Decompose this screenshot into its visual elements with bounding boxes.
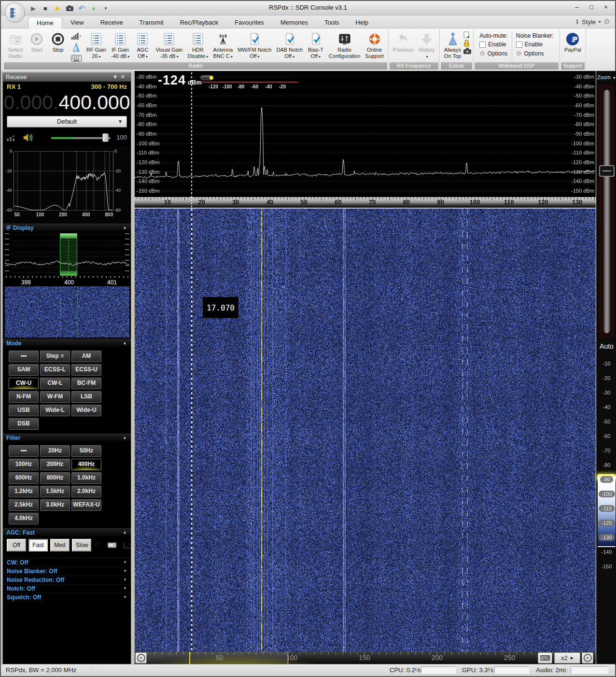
panel-splitter[interactable] (131, 71, 135, 665)
db-scale-tick-100[interactable]: -100 (598, 491, 615, 497)
section-noise-blanker-off[interactable]: Noise Blanker: Off▼ (3, 567, 131, 576)
noise-blanker-enable-checkbox[interactable] (516, 42, 522, 48)
filter-button-2-5khz[interactable]: 2.5kHz (9, 499, 39, 511)
db-scale-tick-110[interactable]: -110 (599, 505, 615, 512)
keyboard-entry-button[interactable]: ⌨ (538, 652, 552, 663)
waterfall-db-scale[interactable]: -10-20-30-40-50-60-70-80-90-100-110-120-… (596, 353, 616, 580)
bias-t-button[interactable]: Bias-TOff▾ (305, 30, 326, 62)
history-button[interactable]: History▾ (416, 30, 437, 62)
volume-slider-handle[interactable] (102, 133, 109, 142)
auto-range-button[interactable]: Auto (596, 342, 616, 350)
mode-button-n-fm[interactable]: N-FM (9, 391, 39, 403)
start-button[interactable]: Start (26, 30, 47, 62)
agc-button-fast[interactable]: Fast (28, 539, 48, 551)
band-navigator[interactable]: « ⌨ x2▶ » 50100150200250 (135, 652, 596, 664)
scroll-left-button[interactable]: « (135, 652, 147, 663)
signal-meter-button[interactable] (70, 31, 83, 41)
db-scale-tick-130[interactable]: -130 (598, 534, 615, 541)
zoom-multiplier-button[interactable]: x2▶ (554, 652, 580, 663)
maximize-button[interactable]: □ (585, 3, 598, 12)
mode-button-w-fm[interactable]: W-FM (40, 391, 70, 403)
tab-home[interactable]: Home (28, 17, 62, 28)
paypal-button[interactable]: PPPayPal (562, 30, 584, 62)
rf-gain-button[interactable]: RF Gain26▾ (84, 30, 109, 62)
receive-panel-header[interactable]: Receive ▼✕ (3, 73, 131, 82)
filter-button-wefax-u[interactable]: WEFAX-U (71, 499, 101, 511)
db-range-bottom-handle[interactable] (598, 546, 616, 547)
qat-start-icon[interactable]: ▶ (29, 4, 38, 13)
agc-button[interactable]: AGCOff▾ (132, 30, 153, 62)
mode-button-lsb[interactable]: LSB (71, 391, 101, 403)
tuner-button[interactable] (70, 42, 83, 52)
filter-button-[interactable]: ••• (9, 445, 39, 457)
section-expand-icon[interactable]: ▼ (123, 595, 127, 599)
mode-button-am[interactable]: AM (71, 351, 101, 362)
filter-button-20hz[interactable]: 20Hz (40, 445, 70, 457)
previous-button[interactable]: Previous (391, 30, 416, 62)
mode-button-ecss-u[interactable]: ECSS-U (71, 364, 101, 376)
speaker-icon[interactable] (23, 133, 34, 142)
mode-button-bc-fm[interactable]: BC-FM (71, 378, 101, 389)
qat-customize-icon[interactable]: ▾ (101, 4, 110, 13)
tab-favourites[interactable]: Favourites (226, 17, 272, 28)
if-spectrum-canvas[interactable] (5, 231, 129, 278)
section-noise-reduction-off[interactable]: Noise Reduction: Off▼ (3, 576, 131, 584)
panel-close-icon[interactable]: ✕ (121, 74, 128, 80)
db-scale-tick-120[interactable]: -120 (598, 520, 615, 526)
resize-grip[interactable] (607, 668, 614, 675)
radio-configuration-button[interactable]: RadioConfiguration (326, 30, 363, 62)
noise-blanker-options-button[interactable]: Options (524, 50, 544, 57)
tab-help[interactable]: Help (347, 17, 377, 28)
equalizer-icon[interactable] (7, 134, 15, 141)
mode-collapse-icon[interactable]: ▲ (123, 340, 127, 345)
close-button[interactable]: × (600, 3, 612, 12)
qat-undo-icon[interactable]: ↶ (77, 4, 86, 13)
tab-view[interactable]: View (62, 17, 92, 28)
mode-button-ecss-l[interactable]: ECSS-L (40, 364, 70, 376)
style-dropdown-icon[interactable]: ▾ (599, 19, 601, 24)
filter-button-2-0khz[interactable]: 2.0kHz (71, 486, 101, 497)
section-notch-off[interactable]: Notch: Off▼ (3, 584, 131, 593)
mode-button-wide-l[interactable]: Wide-L (40, 405, 70, 416)
tab-tools[interactable]: Tools (316, 17, 347, 28)
auto-mute-enable-checkbox[interactable] (479, 42, 486, 48)
if-gain-button[interactable]: IF Gain-40 dB▾ (109, 30, 132, 62)
agc-meter-icon[interactable] (108, 542, 116, 548)
tab-memories[interactable]: Memories (272, 17, 316, 28)
mode-button-wide-u[interactable]: Wide-U (71, 405, 101, 416)
rf-spectrum-display[interactable]: -30 dBm-30 dBm-40 dBm-40 dBm-50 dBm-50 d… (135, 72, 596, 197)
if-collapse-icon[interactable]: ▲ (123, 225, 127, 230)
volume-slider[interactable] (51, 133, 111, 142)
mode-button-cw-u[interactable]: CW-U (9, 378, 39, 389)
qat-stop-icon[interactable]: ■ (41, 4, 50, 13)
rf-spectrum-canvas[interactable] (135, 72, 596, 197)
zoom-slider-handle[interactable] (599, 165, 615, 177)
section-expand-icon[interactable]: ▼ (123, 569, 127, 573)
filter-button-50hz[interactable]: 50Hz (71, 445, 101, 457)
mode-button-sam[interactable]: SAM (9, 364, 39, 376)
filter-button-3-0khz[interactable]: 3.0kHz (40, 499, 70, 511)
filter-button-200hz[interactable]: 200Hz (40, 459, 70, 470)
filter-button-1-0khz[interactable]: 1.0kHz (71, 472, 101, 484)
filter-header[interactable]: Filter▲ (3, 434, 131, 441)
app-menu-orb[interactable] (5, 2, 25, 23)
zoom-slider[interactable] (598, 84, 616, 339)
section-expand-icon[interactable]: ▼ (123, 578, 127, 582)
waterfall-display[interactable]: 17.070 (135, 209, 596, 652)
waterfall-canvas[interactable] (135, 209, 596, 652)
auto-mute-options-button[interactable]: Options (488, 50, 507, 57)
section-squelch-off[interactable]: Squelch: Off▼ (3, 593, 131, 602)
minimize-button[interactable]: – (571, 3, 583, 12)
filter-button-1-2khz[interactable]: 1.2kHz (9, 486, 39, 497)
tab-rec-playback[interactable]: Rec/Playback (172, 17, 226, 28)
section-cw-off[interactable]: CW: Off▼ (3, 558, 131, 567)
always-on-top-button[interactable]: AlwaysOn Top (442, 30, 463, 62)
agc-graph-icon[interactable] (123, 542, 131, 549)
lock-icon-button[interactable] (463, 40, 471, 47)
add-note-icon-button[interactable] (463, 31, 471, 39)
mode-button-[interactable]: ••• (9, 351, 39, 362)
section-expand-icon[interactable]: ▼ (123, 560, 127, 564)
style-label[interactable]: Style (582, 18, 596, 26)
agc-button-med[interactable]: Med (50, 539, 70, 551)
filter-button-400hz[interactable]: 400Hz (71, 459, 101, 470)
